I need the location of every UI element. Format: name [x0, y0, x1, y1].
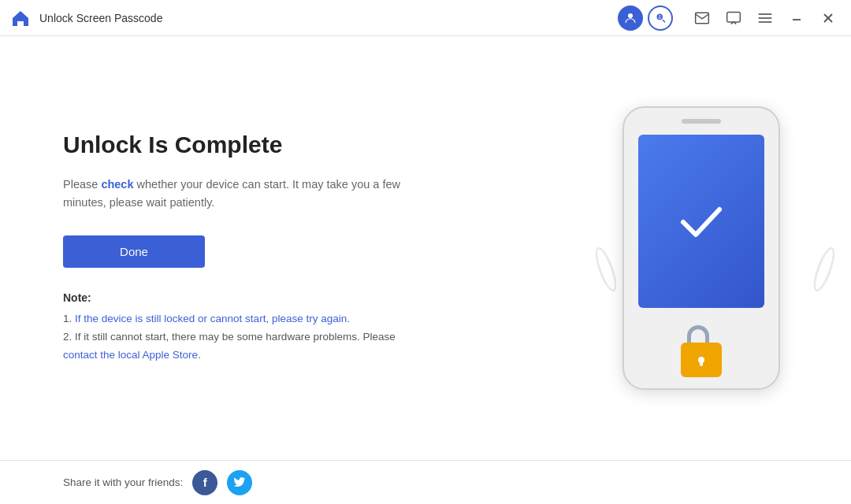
done-button[interactable]: Done: [63, 235, 205, 268]
svg-rect-4: [727, 12, 741, 22]
deco-left: [599, 246, 613, 293]
highlight-check: check: [101, 178, 133, 191]
home-icon: [9, 7, 32, 29]
message-button[interactable]: [689, 5, 715, 32]
footer: Share it with your friends: f: [0, 460, 851, 504]
note-text-2: If it still cannot start, there may be s…: [63, 331, 396, 361]
checkmark-icon: [674, 194, 729, 249]
deco-right: [817, 246, 831, 293]
lock-keyhole: [698, 357, 704, 363]
description-text: Please check whether your device can sta…: [63, 176, 410, 212]
phone-bottom: [624, 308, 779, 377]
menu-button[interactable]: [752, 5, 779, 32]
phone-container: [615, 98, 788, 398]
minimize-button[interactable]: [783, 5, 810, 32]
title-bar-left: Unlock Screen Passcode: [9, 7, 162, 29]
phone-screen: [638, 135, 764, 308]
main-content: Unlock Is Complete Please check whether …: [0, 36, 851, 460]
close-button[interactable]: [815, 5, 842, 32]
note-link-2[interactable]: contact the local Apple Store: [63, 349, 198, 361]
note-item-1: 1. If the device is still locked or cann…: [63, 310, 418, 328]
title-bar-right: [618, 5, 842, 32]
phone-body: [622, 106, 780, 390]
comment-button[interactable]: [720, 5, 747, 32]
title-bar: Unlock Screen Passcode: [0, 0, 851, 36]
twitter-button[interactable]: [227, 470, 252, 495]
note-item-2: 2. If it still cannot start, there may b…: [63, 328, 418, 365]
content-area: Unlock Is Complete Please check whether …: [0, 36, 552, 460]
app-title: Unlock Screen Passcode: [39, 12, 162, 24]
phone-illustration: [552, 36, 851, 460]
share-label: Share it with your friends:: [63, 476, 183, 488]
page-heading: Unlock Is Complete: [63, 132, 489, 158]
search-user-icon[interactable]: [648, 6, 673, 31]
user-avatar-icon[interactable]: [618, 6, 643, 31]
svg-point-2: [658, 14, 661, 17]
unlock-icon: [681, 319, 722, 377]
note-label: Note:: [63, 291, 418, 304]
phone-speaker: [682, 119, 721, 124]
svg-point-0: [628, 13, 633, 18]
user-icons: [618, 6, 673, 31]
note-section: Note: 1. If the device is still locked o…: [63, 291, 418, 365]
note-link-1[interactable]: If the device is still locked or cannot …: [75, 313, 350, 324]
facebook-button[interactable]: f: [192, 470, 217, 495]
lock-body: [681, 343, 722, 377]
